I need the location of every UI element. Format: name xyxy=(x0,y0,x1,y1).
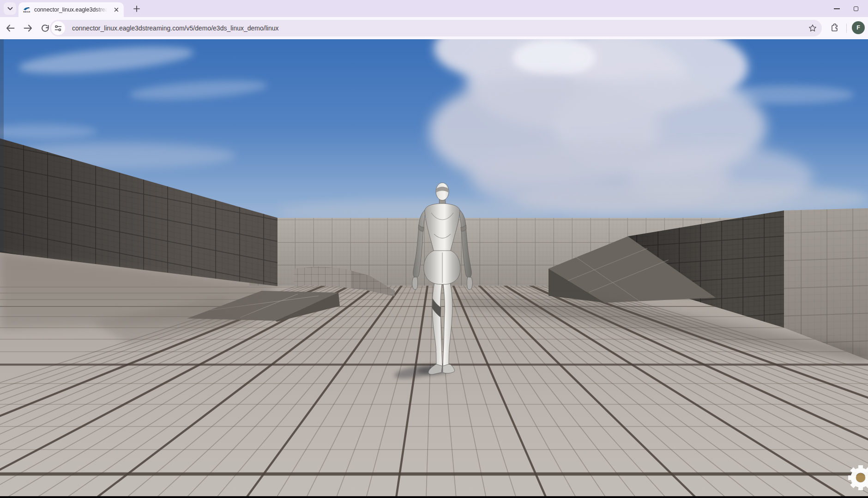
reload-icon xyxy=(41,24,49,32)
eagle3d-favicon: EAGLE xyxy=(23,6,30,13)
site-settings-button[interactable] xyxy=(51,21,65,35)
close-icon xyxy=(114,7,119,12)
tab-close-button[interactable] xyxy=(113,6,120,13)
restore-icon xyxy=(854,6,858,11)
profile-avatar[interactable]: F xyxy=(852,21,865,34)
forward-button[interactable] xyxy=(21,22,34,35)
stream-viewport[interactable] xyxy=(0,39,868,498)
puzzle-icon xyxy=(830,24,839,33)
cloud-wisp xyxy=(716,85,854,104)
new-tab-button[interactable] xyxy=(131,3,142,14)
extensions-button[interactable] xyxy=(828,22,841,35)
tab-strip: EAGLE connector_linux.eagle3dstreami xyxy=(0,0,868,17)
tab-title: connector_linux.eagle3dstreami xyxy=(34,2,107,17)
arrow-left-icon xyxy=(6,24,15,32)
url-text[interactable]: connector_linux.eagle3dstreaming.com/v5/… xyxy=(72,20,802,36)
tab-search-button[interactable] xyxy=(4,2,16,15)
profile-initial: F xyxy=(856,24,860,31)
toolbar-divider xyxy=(846,24,847,33)
window-restore-button[interactable] xyxy=(850,3,862,14)
minimize-icon xyxy=(834,8,840,9)
character-hips xyxy=(424,251,460,284)
window-minimize-button[interactable] xyxy=(831,3,842,14)
arrow-right-icon xyxy=(24,24,32,32)
letterbox-bar xyxy=(0,496,868,498)
gear-center xyxy=(856,473,865,482)
browser-toolbar: connector_linux.eagle3dstreaming.com/v5/… xyxy=(0,17,868,39)
back-button[interactable] xyxy=(4,22,17,35)
browser-window: EAGLE connector_linux.eagle3dstreami xyxy=(0,0,868,498)
character-left-hand xyxy=(412,277,418,289)
star-icon xyxy=(808,24,817,32)
chevron-down-icon xyxy=(7,7,13,11)
edge-vignette xyxy=(0,39,4,252)
tune-icon xyxy=(54,24,62,32)
tab-connector-linux[interactable]: EAGLE connector_linux.eagle3dstreami xyxy=(18,2,124,17)
plus-icon xyxy=(133,6,140,12)
cloud xyxy=(512,39,596,76)
character-right-hand xyxy=(467,277,472,289)
bookmark-button[interactable] xyxy=(808,24,817,33)
game-scene xyxy=(0,39,868,498)
address-bar[interactable]: connector_linux.eagle3dstreaming.com/v5/… xyxy=(50,20,822,36)
svg-text:EAGLE: EAGLE xyxy=(23,11,30,13)
